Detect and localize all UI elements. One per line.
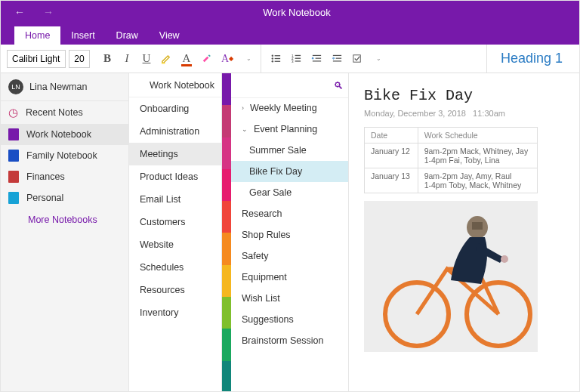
svg-rect-16 <box>333 55 341 56</box>
page-item[interactable]: Equipment <box>231 267 348 288</box>
svg-point-3 <box>272 57 273 59</box>
page-item[interactable]: ›Weekly Meeting <box>231 97 348 119</box>
svg-rect-12 <box>295 60 301 61</box>
bullets-button[interactable] <box>270 53 282 64</box>
tab-insert[interactable]: Insert <box>60 26 105 45</box>
numbering-button[interactable]: 123 <box>291 53 302 64</box>
section-item[interactable]: Website <box>129 233 221 256</box>
page-item[interactable]: Summer Sale <box>231 140 348 161</box>
ribbon-tabs: Home Insert Draw View <box>1 23 579 45</box>
notebook-item[interactable]: Family Notebook <box>1 145 128 166</box>
page-content[interactable]: Bike Fix Day Monday, December 3, 2018 11… <box>349 73 579 392</box>
clock-icon: ◷ <box>8 106 18 119</box>
page-item[interactable]: Bike Fix Day <box>231 161 348 182</box>
font-name-input[interactable] <box>7 50 66 68</box>
avatar: LN <box>8 79 23 94</box>
style-heading1[interactable]: Heading 1 <box>486 45 573 73</box>
svg-rect-19 <box>353 55 360 62</box>
svg-text:3: 3 <box>292 60 294 63</box>
section-item[interactable]: Administration <box>129 120 221 143</box>
notebook-sidebar: LN Lina Newman ◷ Recent Notes Work Noteb… <box>1 73 129 392</box>
notebook-item[interactable]: Finances <box>1 166 128 187</box>
clear-formatting-button[interactable]: A◆ <box>221 53 233 65</box>
tab-draw[interactable]: Draw <box>106 26 149 45</box>
page-item[interactable]: Brainstorm Session <box>231 330 348 351</box>
underline-button[interactable]: U <box>141 52 152 65</box>
svg-point-5 <box>272 60 273 62</box>
forward-button[interactable]: → <box>43 6 54 18</box>
svg-rect-15 <box>313 60 321 61</box>
tab-view[interactable]: View <box>149 26 190 45</box>
section-item[interactable]: Product Ideas <box>129 165 221 188</box>
notebook-icon <box>8 192 19 204</box>
section-tab-color[interactable] <box>222 329 231 360</box>
section-item[interactable]: Resources <box>129 279 221 301</box>
back-button[interactable]: ← <box>14 6 25 18</box>
checklist-button[interactable] <box>352 53 363 64</box>
more-font-button[interactable]: ⌄ <box>242 55 253 62</box>
page-item[interactable]: Research <box>231 203 348 224</box>
section-tab-color[interactable] <box>222 297 231 329</box>
svg-rect-10 <box>295 58 301 59</box>
section-tab-color[interactable] <box>222 361 231 392</box>
schedule-table[interactable]: DateWork Schedule January 129am-2pm Mack… <box>364 127 538 193</box>
sections-header: Work Notebook <box>129 80 221 91</box>
section-tab-color[interactable] <box>222 201 231 233</box>
svg-rect-26 <box>472 222 483 230</box>
font-color-button[interactable]: A <box>181 52 192 65</box>
section-item[interactable]: Customers <box>129 211 221 233</box>
italic-button[interactable]: I <box>122 52 132 65</box>
section-tab-color[interactable] <box>222 233 231 264</box>
bold-button[interactable]: B <box>102 52 113 65</box>
outdent-button[interactable] <box>311 53 322 64</box>
more-paragraph-button[interactable]: ⌄ <box>372 55 383 62</box>
page-item[interactable]: Shop Rules <box>231 224 348 245</box>
search-icon[interactable]: 🔍︎ <box>334 80 344 91</box>
section-item[interactable]: Onboarding <box>129 97 221 120</box>
svg-point-1 <box>272 55 273 57</box>
svg-rect-0 <box>162 63 165 63</box>
page-item[interactable]: ⌄Event Planning <box>231 119 348 140</box>
text-highlight-button[interactable] <box>201 53 212 64</box>
section-tab-color[interactable] <box>222 265 231 297</box>
section-tab-color[interactable] <box>222 105 231 137</box>
notebook-item[interactable]: Work Notebook <box>1 124 128 145</box>
svg-rect-4 <box>275 58 281 59</box>
recent-notes[interactable]: ◷ Recent Notes <box>1 101 128 124</box>
pages-panel: 🔍︎ ›Weekly Meeting⌄Event PlanningSummer … <box>231 73 349 392</box>
user-account[interactable]: LN Lina Newman <box>1 73 128 101</box>
page-title[interactable]: Bike Fix Day <box>364 87 564 104</box>
chevron-icon: › <box>242 104 244 112</box>
svg-rect-8 <box>295 55 301 56</box>
notebook-icon <box>8 171 19 183</box>
page-item[interactable]: Wish List <box>231 288 348 309</box>
font-size-input[interactable] <box>69 50 90 68</box>
indent-button[interactable] <box>332 53 343 64</box>
section-item[interactable]: Email List <box>129 188 221 211</box>
svg-rect-13 <box>313 55 321 56</box>
svg-rect-14 <box>316 58 322 59</box>
ribbon-toolbar: B I U A A◆ ⌄ 123 ⌄ Heading 1 <box>1 45 579 73</box>
svg-rect-17 <box>336 58 342 59</box>
highlight-button[interactable] <box>161 53 172 64</box>
page-item[interactable]: Gear Sale <box>231 182 348 203</box>
page-item[interactable]: Suggestions <box>231 309 348 330</box>
section-tab-color[interactable] <box>222 73 231 105</box>
svg-rect-18 <box>333 60 341 61</box>
section-item[interactable]: Inventory <box>129 301 221 324</box>
svg-rect-2 <box>275 55 281 56</box>
page-item[interactable]: Safety <box>231 245 348 267</box>
section-tab-color[interactable] <box>222 137 231 169</box>
tab-home[interactable]: Home <box>14 26 60 45</box>
section-item[interactable]: Meetings <box>129 143 221 165</box>
page-image <box>364 201 538 352</box>
window-title: Work Notebook <box>67 7 526 18</box>
notebook-item[interactable]: Personal <box>1 187 128 208</box>
notebook-icon <box>8 150 19 162</box>
more-notebooks[interactable]: More Notebooks <box>1 208 128 231</box>
section-item[interactable]: Schedules <box>129 256 221 279</box>
svg-point-27 <box>501 255 508 263</box>
svg-rect-6 <box>275 61 281 62</box>
section-tab-color[interactable] <box>222 169 231 201</box>
notebook-icon <box>8 128 19 140</box>
